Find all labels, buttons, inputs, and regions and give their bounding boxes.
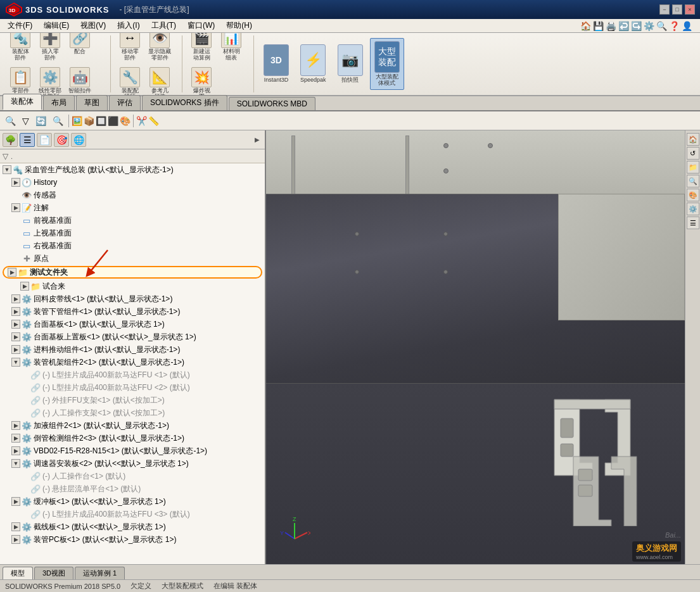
toolbar-icon-home[interactable]: 🏠	[580, 21, 591, 31]
history-toggle[interactable]: ▶	[11, 178, 20, 187]
cut-wire-toggle[interactable]: ▶	[11, 522, 20, 531]
vs-btn-rotate[interactable]: ↺	[687, 147, 699, 160]
tree-item-conveyor[interactable]: ▶ ⚙️ 回料皮带线<1> (默认<默认_显示状态-1>)	[0, 293, 265, 305]
panel-expand-button[interactable]: ▶	[252, 135, 262, 145]
tab-layout[interactable]: 布局	[43, 95, 75, 110]
tree-item-sub5[interactable]: 🔗 (-) 人工操作台<1> (默认)	[0, 470, 265, 482]
toolbar-btn-move-part[interactable]: ↔️ 移动零部件	[116, 33, 144, 63]
sec-tb-filter[interactable]: ▽	[20, 115, 32, 127]
toolbar-icon-redo[interactable]: ↪️	[631, 21, 642, 31]
toolbar-icon-search[interactable]: 🔍	[656, 21, 667, 31]
tree-item-sub6[interactable]: 🔗 (-) 悬挂层流单平台<1> (默认)	[0, 482, 265, 495]
sec-tb-view1[interactable]: 🖼️	[72, 116, 82, 126]
vs-btn-search[interactable]: 🔍	[687, 175, 699, 187]
tree-item-sub-folder[interactable]: ▶ 📁 试合来	[0, 280, 265, 293]
vs-btn-list[interactable]: ☰	[687, 217, 699, 229]
toolbar-btn-snapshot[interactable]: 📷 拍快照	[333, 41, 367, 87]
menu-window[interactable]: 窗口(W)	[182, 19, 220, 32]
vs-btn-home[interactable]: 🏠	[687, 133, 699, 146]
tab-sketch[interactable]: 草图	[76, 95, 108, 110]
tree-item-vbd[interactable]: ▶ ⚙️ VBD02-F15-R28-N15<1> (默认<默认_显示状态-1>…	[0, 444, 265, 457]
tree-item-test-folder[interactable]: ▶ 📁 测试文件夹	[3, 266, 262, 279]
toolbar-btn-linear-array[interactable]: ⚙️ 线性零部件阵列	[36, 65, 64, 96]
viewport-panel[interactable]: X Y Z Bai... 奥义游戏网 www.aoel.com 🏠 ↺ 📁 🔍 …	[266, 130, 700, 564]
toolbar-btn-assembly-part[interactable]: 🔩 装配体部件	[6, 33, 34, 63]
sec-tb-view4[interactable]: ⬛	[108, 116, 118, 126]
frame2-toggle[interactable]: ▼	[11, 358, 20, 367]
tube-assy-toggle[interactable]: ▶	[11, 307, 20, 316]
toolbar-btn-ref-geo[interactable]: 📐 参考几何体	[146, 65, 174, 96]
speed-ctrl-toggle[interactable]: ▼	[11, 459, 20, 468]
toolbar-btn-show-hide[interactable]: 👁️ 显示隐藏零部件	[146, 33, 174, 63]
tab-evaluate[interactable]: 评估	[109, 95, 141, 110]
panel-btn-display[interactable]: 🌐	[71, 133, 86, 147]
sec-tb-rotate[interactable]: 🔄	[33, 115, 49, 127]
tree-item-table-top[interactable]: ▶ ⚙️ 台面基板上置板<1> (默认<<默认>_显示状态 1>)	[0, 331, 265, 343]
sec-tb-zoom[interactable]: 🔍	[50, 115, 66, 127]
tree-item-sub7[interactable]: 🔗 (-) L型挂片成品400新款马达FFU <3> (默认)	[0, 508, 265, 520]
toolbar-btn-instant3d[interactable]: 3D Instant3D	[259, 41, 293, 87]
toolbar-btn-explode[interactable]: 💥 爆炸视图	[188, 65, 215, 96]
table-top-toggle[interactable]: ▶	[11, 332, 20, 341]
tree-item-buffer[interactable]: ▶ ⚙️ 缓冲板<1> (默认<<默认>_显示状态 1>)	[0, 495, 265, 508]
menu-view[interactable]: 视图(V)	[75, 19, 111, 32]
bottom-tab-3dview[interactable]: 3D视图	[34, 567, 73, 579]
toolbar-btn-new-motion[interactable]: 🎬 新建运动算例	[188, 33, 215, 63]
panel-btn-tree[interactable]: 🌳	[3, 133, 18, 147]
tree-item-tube-assy[interactable]: ▶ ⚙️ 装管下管组件<1> (默认<默认_显示状态-1>)	[0, 305, 265, 318]
tree-item-front-plane[interactable]: ▭ 前视基准面	[0, 214, 265, 227]
menu-help[interactable]: 帮助(H)	[221, 19, 257, 32]
toolbar-btn-large-assembly[interactable]: 大型装配 大型装配体模式	[370, 38, 404, 90]
toolbar-btn-smart[interactable]: 🤖 智能扣件	[66, 65, 94, 96]
tree-root[interactable]: ▼ 🔩 采血管生产线总装 (默认<默认_显示状态-1>)	[0, 163, 265, 176]
toolbar-icon-print[interactable]: 🖨️	[606, 21, 616, 31]
bottom-tab-model[interactable]: 模型	[3, 567, 33, 579]
tree-item-history[interactable]: ▶ 🕐 History	[0, 176, 265, 189]
panel-btn-props[interactable]: ☰	[20, 133, 35, 147]
conveyor-toggle[interactable]: ▶	[11, 294, 20, 303]
sec-tb-dim[interactable]: 📏	[148, 116, 159, 126]
toolbar-icon-user[interactable]: 👤	[682, 21, 692, 31]
vbd-toggle[interactable]: ▶	[11, 446, 20, 455]
tree-item-right-plane[interactable]: ▭ 右视基准面	[0, 239, 265, 252]
sub-folder-toggle[interactable]: ▶	[20, 282, 29, 291]
detect-toggle[interactable]: ▶	[11, 434, 20, 443]
tab-sw-mbd[interactable]: SOLIDWORKS MBD	[229, 97, 315, 110]
vs-btn-paint[interactable]: 🎨	[687, 189, 699, 201]
panel-btn-config[interactable]: 📄	[37, 133, 52, 147]
root-toggle[interactable]: ▼	[3, 165, 11, 174]
tree-item-feed-push[interactable]: ▶ ⚙️ 进料推动组件<1> (默认<默认_显示状态-1>)	[0, 343, 265, 356]
liquid-toggle[interactable]: ▶	[11, 421, 20, 430]
toolbar-btn-insert-part[interactable]: ➕ 插入零部件	[36, 33, 64, 63]
tab-assembly[interactable]: 装配体	[3, 94, 42, 110]
tree-item-sub2[interactable]: 🔗 (-) L型挂片成品400新款马达FFU <2> (默认)	[0, 381, 265, 394]
toolbar-btn-speedpak[interactable]: ⚡ Speedpak	[296, 41, 331, 87]
tree-item-pc-board[interactable]: ▶ ⚙️ 装管PC板<1> (默认<<默认>_显示状态 1>)	[0, 533, 265, 546]
tree-item-speed-ctrl[interactable]: ▼ ⚙️ 调速器安装板<2> (默认<<默认>_显示状态 1>)	[0, 457, 265, 470]
toolbar-icon-options[interactable]: ⚙️	[644, 21, 654, 31]
vs-btn-folder[interactable]: 📁	[687, 161, 699, 173]
panel-btn-target[interactable]: 🎯	[54, 133, 69, 147]
bottom-tab-motion[interactable]: 运动算例 1	[75, 567, 125, 579]
toolbar-btn-part-array[interactable]: 📋 零部件阵列	[6, 65, 34, 96]
tab-sw-plugin[interactable]: SOLIDWORKS 插件	[142, 95, 227, 110]
menu-edit[interactable]: 编辑(E)	[39, 19, 74, 32]
toolbar-btn-bom[interactable]: 📊 材料明细表	[217, 33, 245, 63]
sec-tb-view2[interactable]: 📦	[84, 116, 94, 126]
table-base-toggle[interactable]: ▶	[11, 320, 20, 329]
vs-btn-gear[interactable]: ⚙️	[687, 203, 699, 215]
tree-item-sub1[interactable]: 🔗 (-) L型挂片成品400新款马达FFU <1> (默认)	[0, 368, 265, 381]
tree-item-table-base[interactable]: ▶ ⚙️ 台面基板<1> (默认<默认_显示状态 1>)	[0, 318, 265, 331]
toolbar-btn-mate[interactable]: 🔗 配合	[66, 33, 94, 63]
tree-item-cut-wire[interactable]: ▶ ⚙️ 截线板<1> (默认<<默认>_显示状态 1>)	[0, 520, 265, 533]
close-button[interactable]: ×	[685, 4, 695, 15]
buffer-toggle[interactable]: ▶	[11, 497, 20, 506]
tree-item-sub3[interactable]: 🔗 (-) 外挂FFU支架<1> (默认<按加工>)	[0, 394, 265, 406]
menu-file[interactable]: 文件(F)	[3, 19, 37, 32]
toolbar-icon-help[interactable]: ❓	[669, 21, 680, 31]
tree-item-top-plane[interactable]: ▭ 上视基准面	[0, 227, 265, 239]
minimize-button[interactable]: −	[659, 4, 670, 15]
toolbar-btn-feature[interactable]: 🔧 装配配特征	[116, 65, 144, 96]
menu-tools[interactable]: 工具(T)	[146, 19, 181, 32]
annotation-toggle[interactable]: ▶	[11, 203, 20, 212]
